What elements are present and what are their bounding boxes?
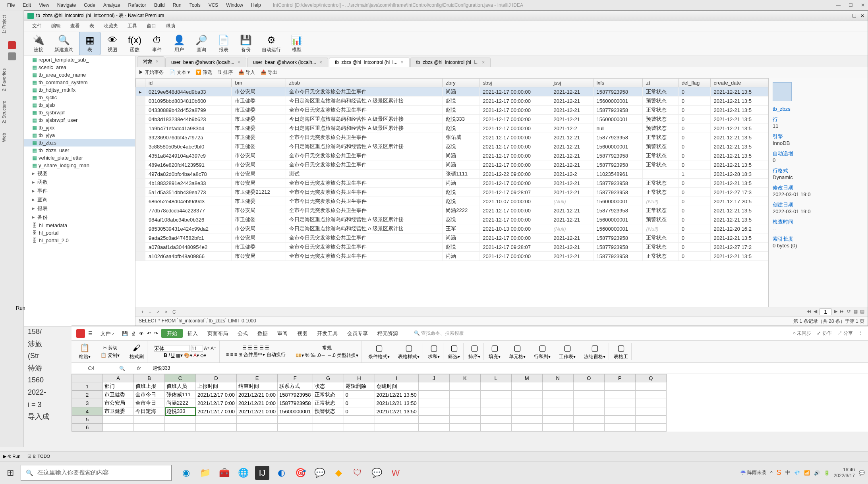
data-grid[interactable]: idbmzbsbzbrysbsjjssjlxfsztdel_flagcreate… [135, 78, 768, 307]
cell[interactable] [604, 391, 635, 399]
last-page-icon[interactable]: ⏭ [840, 309, 845, 315]
row-header[interactable]: 4 [72, 407, 103, 416]
notifications-icon[interactable]: 💬 [859, 470, 865, 476]
ij-menu-tools[interactable]: Tools [186, 2, 205, 8]
cell[interactable]: 部门 [103, 382, 134, 391]
cell[interactable] [165, 424, 196, 432]
sidebar-tab-structure[interactable]: 2: Structure [0, 96, 8, 128]
editor-tab[interactable]: tb_zbzs @hl_intcontrol (hl_i...× [329, 58, 410, 67]
cell[interactable] [375, 416, 418, 424]
column-header[interactable]: sbsj [479, 79, 550, 87]
col-header[interactable]: P [604, 374, 635, 382]
tree-item[interactable]: 事件 [24, 187, 135, 195]
cell[interactable] [375, 424, 418, 432]
form-view-icon[interactable]: ▤ [860, 309, 864, 315]
sheet-row[interactable]: 3市公安局全市今日尚涵22222021/12/17 0:002021/12/21… [72, 399, 667, 407]
run-tab[interactable]: ▶ 4: Run [3, 454, 20, 459]
ij-menu-analyze[interactable]: Analyze [99, 2, 124, 8]
wps-file-menu[interactable]: 文件 › [96, 330, 119, 337]
cell[interactable] [635, 399, 666, 407]
cell[interactable] [635, 416, 666, 424]
grid-action[interactable]: ⇅ 排序 [218, 69, 232, 76]
toolbar-连接[interactable]: 🔌 连接 [28, 32, 49, 55]
toolbar-备份[interactable]: 💾 备份 [236, 32, 256, 55]
toolbar-模型[interactable]: 📊 模型 [286, 32, 307, 55]
toolbar-报表[interactable]: 📄 报表 [213, 32, 234, 55]
table-row[interactable]: 392369076dbf457f972a市卫健委全市今日无突发涉旅公共卫生事件张… [136, 133, 768, 142]
wps-tab-9[interactable]: 稻壳资源 [373, 330, 403, 336]
ij-menu-code[interactable]: Code [80, 2, 99, 8]
table-row[interactable]: 98530539431e424c99da2市公安局今日定海区重点旅游岛屿和经营性… [136, 224, 768, 233]
row-header[interactable]: 2 [72, 391, 103, 399]
nav-menu[interactable]: 收藏夹 [99, 23, 123, 29]
app-icon[interactable]: ◐ [274, 466, 288, 480]
cell[interactable] [103, 416, 134, 424]
grid-edit-button[interactable]: C [170, 309, 178, 315]
cell[interactable] [449, 382, 480, 391]
cell[interactable] [511, 391, 542, 399]
cell[interactable]: 结束时间 [236, 382, 277, 391]
tree-item[interactable]: tb_sjsbrwpf [24, 109, 135, 116]
column-header[interactable]: bm [232, 79, 286, 87]
cell[interactable]: 市卫健委 [103, 407, 134, 416]
wechat-icon[interactable]: 💬 [369, 466, 384, 480]
toolbar-新建查询[interactable]: 🔍 新建查询 [50, 32, 77, 55]
first-page-icon[interactable]: ⏮ [806, 309, 811, 315]
cell[interactable]: 联系方式 [277, 382, 313, 391]
col-header[interactable]: H [344, 374, 375, 382]
cell[interactable]: 2021/12/21 13:50 [375, 391, 418, 399]
cell[interactable] [480, 382, 511, 391]
format-painter-icon[interactable]: 🖌 [133, 343, 141, 353]
cell[interactable]: 2021/12/21 0:00 [236, 399, 277, 407]
bold-button[interactable]: B [164, 353, 167, 358]
cell[interactable]: 今日定海 [134, 407, 165, 416]
nav-menu[interactable]: 窗口 [142, 23, 161, 29]
ij-menu-refactor[interactable]: Refactor [124, 2, 150, 8]
tree-item[interactable]: tb_zbzs [24, 139, 135, 147]
cell[interactable] [277, 424, 313, 432]
cell[interactable]: 市卫健委 [103, 391, 134, 399]
wps-tab-2[interactable]: 页面布局 [203, 330, 233, 336]
col-header[interactable]: L [480, 374, 511, 382]
cell[interactable]: 15877923958 [277, 391, 313, 399]
app-icon[interactable]: 🧰 [217, 466, 231, 480]
italic-button[interactable]: I [168, 353, 170, 358]
table-row[interactable]: 04330889b42d452a8799市卫健委全市今日无突发涉旅公共卫生事件赵… [136, 106, 768, 115]
table-row[interactable]: 4b18832891e2443a8e33市公安局全市今日无突发涉旅公共卫生事件尚… [136, 179, 768, 188]
cell[interactable] [604, 407, 635, 416]
cut-button[interactable]: ✂ 剪切 [103, 345, 118, 351]
paste-icon[interactable]: 📋 [80, 343, 90, 353]
todo-tab[interactable]: ☑ 6: TODO [27, 454, 50, 459]
collab-button[interactable]: ⤢ 协作 [817, 330, 831, 337]
tree-item[interactable]: vehicle_plate_letter [24, 154, 135, 162]
cell[interactable] [635, 391, 666, 399]
col-header[interactable]: G [313, 374, 344, 382]
cell[interactable] [511, 399, 542, 407]
cell[interactable] [604, 424, 635, 432]
column-header[interactable]: create_date [710, 79, 768, 87]
sogou-icon[interactable]: S [777, 469, 781, 477]
cell[interactable] [344, 424, 375, 432]
cell[interactable]: 0 [344, 391, 375, 399]
table-row[interactable]: 489e16e820fd41239591市公安局全市今日无突发涉旅公共卫生事件尚… [136, 160, 768, 170]
tree-item[interactable]: tb_area_code_name [24, 71, 135, 79]
maximize-icon[interactable]: ☐ [852, 13, 856, 19]
sheet-row[interactable]: 6 [72, 424, 667, 432]
wps-search[interactable]: 🔍 查找命令、搜索模板 [414, 330, 464, 337]
cell[interactable]: 2021/12/21 0:00 [236, 407, 277, 416]
more-icon[interactable]: ⋮ [858, 330, 863, 337]
ribbon-group[interactable]: ▢表格样式▾ [395, 343, 423, 360]
tree-item[interactable]: scenic_area [24, 64, 135, 71]
table-row[interactable]: 5a1d5a351dbb439ea773市卫健委21212全市今日无突发涉旅公共… [136, 188, 768, 197]
cell[interactable] [196, 416, 237, 424]
table-row[interactable]: 04b3d183238e44b9b623市卫健委今日定海区重点旅游岛屿和经营性 … [136, 115, 768, 124]
table-row[interactable]: a078aaf1da304480954e2市卫健委全市今日无突发涉旅公共卫生事件… [136, 243, 768, 252]
grid-action[interactable]: 📤 导出 [261, 69, 277, 76]
table-row[interactable]: 3c885805050e4abe9bf0市卫健委今日定海区重点旅游岛屿和经营性 … [136, 142, 768, 151]
edge-icon[interactable]: ◉ [179, 466, 193, 480]
table-row[interactable]: ▸ 0219ee548d844ed9ba33市公安局全市今日无突发涉旅公共卫生事… [136, 87, 768, 96]
fx-icon[interactable]: fx [137, 366, 141, 371]
maximize-icon[interactable]: ☐ [849, 2, 853, 8]
sidebar-tab-favorites[interactable]: 2: Favorites [0, 64, 8, 96]
cell[interactable] [573, 407, 604, 416]
